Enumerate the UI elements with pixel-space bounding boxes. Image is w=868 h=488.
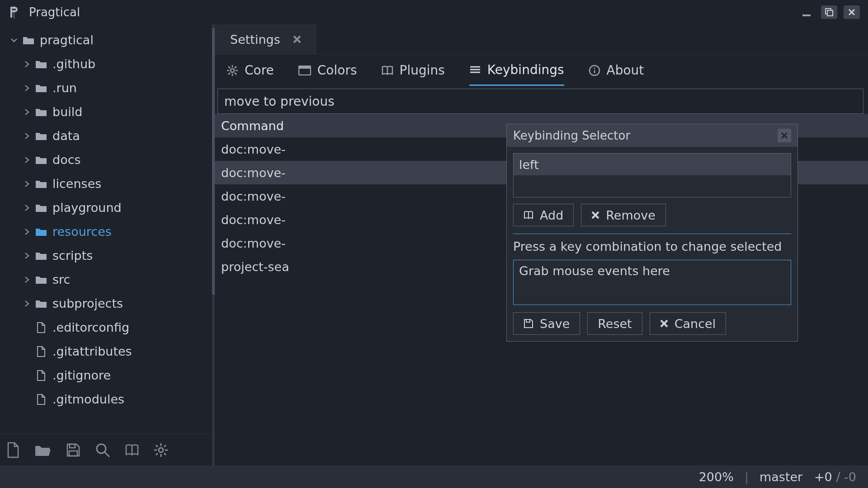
tree-root[interactable]: pragtical xyxy=(0,28,215,52)
chevron-right-icon xyxy=(22,228,32,235)
tree-folder[interactable]: data xyxy=(0,124,215,148)
tree-folder[interactable]: .run xyxy=(0,76,215,100)
save-label: Save xyxy=(540,317,570,331)
chevron-right-icon xyxy=(22,132,32,140)
close-icon[interactable] xyxy=(293,35,301,43)
close-button[interactable] xyxy=(844,5,860,19)
book-icon xyxy=(524,211,533,220)
subnav-label: Keybindings xyxy=(487,62,564,77)
keybinding-selector-dialog: Keybinding Selector left Add Remove xyxy=(506,124,798,342)
grab-placeholder: Grab mouse events here xyxy=(519,264,670,278)
kb-command-cell: doc:move- xyxy=(221,236,286,250)
svg-line-25 xyxy=(228,73,230,75)
chevron-right-icon xyxy=(22,300,32,307)
tree-folder[interactable]: src xyxy=(0,267,215,291)
tree-folder[interactable]: .github xyxy=(0,52,215,76)
tab-settings[interactable]: Settings xyxy=(215,24,317,54)
titlebar: Pragtical xyxy=(0,0,868,24)
tree-folder[interactable]: scripts xyxy=(0,244,215,267)
svg-point-17 xyxy=(231,69,234,72)
folder-icon xyxy=(34,251,48,260)
subnav-keybindings[interactable]: Keybindings xyxy=(469,55,564,86)
chevron-right-icon xyxy=(22,276,32,283)
tree-item-label: .github xyxy=(52,57,95,71)
subnav-label: Core xyxy=(245,63,274,78)
svg-line-23 xyxy=(235,73,236,75)
svg-line-14 xyxy=(164,453,166,455)
tree-file[interactable]: .gitmodules xyxy=(0,387,215,411)
chevron-right-icon xyxy=(22,156,32,164)
subnav-label: About xyxy=(607,63,644,78)
menu-icon xyxy=(469,65,481,74)
tree-item-label: data xyxy=(52,129,80,143)
hint-text: Press a key combination to change select… xyxy=(513,239,791,253)
file-tree: pragtical .github .run build data docs l… xyxy=(0,24,215,434)
add-button[interactable]: Add xyxy=(513,204,574,226)
open-folder-icon[interactable] xyxy=(34,443,52,457)
svg-rect-34 xyxy=(526,319,530,322)
svg-line-24 xyxy=(235,66,236,68)
svg-point-6 xyxy=(97,444,106,453)
minimize-button[interactable] xyxy=(798,5,815,19)
subnav-core[interactable]: Core xyxy=(226,55,274,86)
chevron-right-icon xyxy=(22,252,32,259)
search-icon[interactable] xyxy=(95,442,110,458)
file-icon xyxy=(34,346,48,357)
keybinding-filter-input[interactable]: move to previous xyxy=(217,89,863,114)
subnav-colors[interactable]: Colors xyxy=(298,55,357,86)
key-list-item[interactable] xyxy=(514,175,791,197)
tree-item-label: .gitmodules xyxy=(52,392,124,406)
tree-folder[interactable]: resources xyxy=(0,220,215,244)
tree-folder[interactable]: subprojects xyxy=(0,291,215,315)
svg-line-22 xyxy=(228,66,230,68)
tree-file[interactable]: .editorconfig xyxy=(0,315,215,339)
file-icon xyxy=(34,370,48,381)
book-icon[interactable] xyxy=(125,444,139,456)
subnav-plugins[interactable]: Plugins xyxy=(382,55,445,86)
svg-rect-4 xyxy=(70,444,75,448)
remove-button[interactable]: Remove xyxy=(581,204,666,226)
key-grab-input[interactable]: Grab mouse events here xyxy=(513,260,791,305)
tree-item-label: build xyxy=(52,105,82,119)
tree-folder[interactable]: playground xyxy=(0,196,215,220)
tree-file[interactable]: .gitignore xyxy=(0,363,215,387)
save-icon[interactable] xyxy=(66,443,80,457)
svg-point-32 xyxy=(594,67,595,69)
tab-bar: Settings xyxy=(215,24,868,54)
tree-folder[interactable]: licenses xyxy=(0,172,215,196)
reset-button[interactable]: Reset xyxy=(587,312,642,335)
tree-folder[interactable]: docs xyxy=(0,148,215,172)
zoom-level[interactable]: 200% xyxy=(699,470,734,484)
new-file-icon[interactable] xyxy=(6,442,20,458)
cancel-button[interactable]: Cancel xyxy=(650,312,726,335)
book-icon xyxy=(382,66,393,75)
reset-label: Reset xyxy=(598,317,632,331)
close-icon[interactable] xyxy=(778,129,791,142)
dialog-titlebar: Keybinding Selector xyxy=(507,124,797,147)
subnav-label: Plugins xyxy=(400,63,445,78)
folder-icon xyxy=(34,227,48,236)
dialog-title: Keybinding Selector xyxy=(513,129,630,142)
tree-file[interactable]: .gitattributes xyxy=(0,339,215,363)
key-label: left xyxy=(519,158,539,172)
chevron-down-icon xyxy=(9,37,19,44)
save-button[interactable]: Save xyxy=(513,312,580,335)
kb-header-command: Command xyxy=(221,119,284,133)
svg-point-8 xyxy=(159,448,163,452)
tree-item-label: scripts xyxy=(52,249,93,263)
content-area: Settings CoreColorsPluginsKeybindingsAbo… xyxy=(215,24,868,465)
svg-line-7 xyxy=(105,452,109,457)
tree-folder[interactable]: build xyxy=(0,100,215,124)
folder-icon xyxy=(34,60,48,69)
folder-icon xyxy=(34,108,48,117)
git-branch[interactable]: master +0 / -0 xyxy=(760,470,856,484)
tree-item-label: .gitignore xyxy=(52,368,111,382)
gear-icon[interactable] xyxy=(154,443,168,457)
folder-icon xyxy=(34,131,48,141)
key-list-item[interactable]: left xyxy=(514,154,791,175)
subnav-about[interactable]: About xyxy=(589,55,644,86)
status-separator: | xyxy=(745,470,749,484)
chevron-right-icon xyxy=(22,61,32,68)
diff-add: +0 xyxy=(814,470,832,484)
maximize-button[interactable] xyxy=(821,5,837,19)
